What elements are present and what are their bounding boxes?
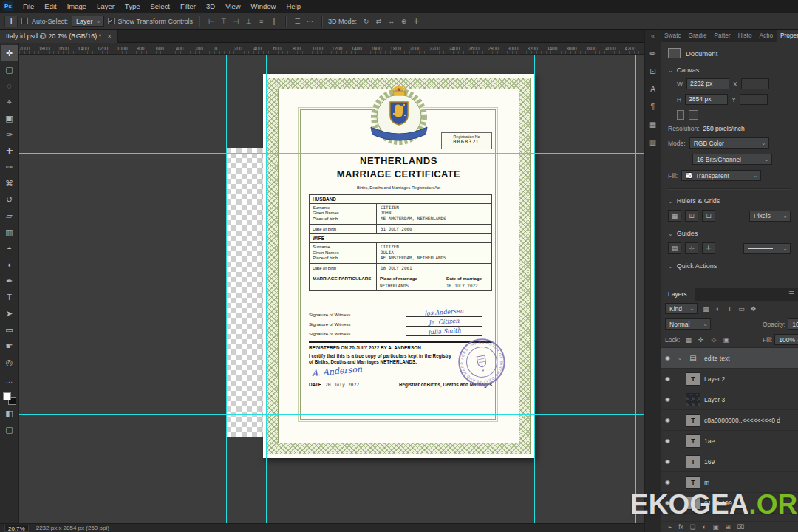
hand-tool[interactable]: ☛ — [1, 338, 18, 354]
layer-effects-icon[interactable]: fx — [678, 523, 683, 531]
height-field[interactable]: 2854 px — [685, 94, 728, 105]
filter-pixel-layers-icon[interactable]: ▦ — [700, 303, 712, 314]
menu-item[interactable]: Select — [145, 0, 174, 13]
layer-thumbnail[interactable]: T — [686, 434, 700, 448]
y-field[interactable] — [740, 94, 768, 105]
distribute-vertical-icon[interactable]: ⋯ — [304, 16, 316, 27]
guide-horizontal[interactable] — [19, 153, 644, 154]
opacity-dropdown[interactable]: 100% — [788, 318, 798, 330]
align-left-icon[interactable]: ⊢ — [205, 16, 216, 27]
brush-tool[interactable]: ✏ — [1, 159, 18, 175]
menu-item[interactable]: 3D — [201, 0, 220, 13]
toggle-guides-icon[interactable]: ▤ — [668, 242, 681, 254]
portrait-orientation-icon[interactable] — [677, 110, 684, 120]
guide-vertical[interactable] — [30, 55, 30, 523]
layer-thumbnail[interactable]: T — [686, 476, 700, 489]
close-tab-icon[interactable]: × — [107, 33, 112, 41]
canvas-fill-dropdown[interactable]: Transparent — [681, 170, 761, 181]
foreground-background-swatches[interactable] — [3, 392, 16, 405]
move-tool-preset-icon[interactable]: ✛ — [4, 16, 18, 27]
visibility-eye-icon[interactable] — [661, 410, 675, 430]
menu-item[interactable]: Type — [120, 0, 146, 13]
link-layers-icon[interactable]: ⌁ — [668, 523, 672, 531]
delete-layer-icon[interactable]: ⌧ — [737, 523, 745, 531]
layer-name[interactable]: edite text — [704, 355, 730, 362]
toggle-rulers-icon[interactable]: ▦ — [668, 210, 681, 222]
canvas-section-header[interactable]: Canvas — [668, 66, 791, 74]
lock-position-icon[interactable]: ⊹ — [708, 334, 719, 345]
visibility-eye-icon[interactable] — [661, 369, 675, 389]
ruler-units-dropdown[interactable]: Pixels — [749, 211, 791, 222]
character-panel-icon[interactable]: A — [646, 81, 661, 96]
pen-tool[interactable]: ✒ — [1, 273, 18, 289]
zoom-tool[interactable]: ◎ — [1, 354, 18, 370]
canvas-area[interactable]: Registration No 006832L NETHERLANDS MARR… — [19, 55, 644, 523]
layer-row[interactable]: T Layer 2 — [661, 369, 798, 389]
layer-row[interactable]: T 1ae — [661, 431, 798, 451]
layer-name[interactable]: Layer 2 — [704, 375, 725, 383]
menu-item[interactable]: Layer — [92, 0, 120, 13]
panel-tab[interactable]: Properties — [777, 30, 798, 42]
eraser-tool[interactable]: ▱ — [1, 208, 18, 224]
lock-pixels-icon[interactable]: ✛ — [695, 334, 706, 345]
menu-item[interactable]: Filter — [175, 0, 201, 13]
quick-selection-tool[interactable]: ⌖ — [1, 94, 18, 110]
blur-tool[interactable]: ◓ — [1, 240, 18, 256]
guide-vertical[interactable] — [635, 55, 636, 523]
shape-tool[interactable]: ▭ — [1, 321, 18, 338]
clone-stamp-tool[interactable]: ⌘ — [1, 175, 18, 191]
clear-guides-icon[interactable]: ✛ — [702, 242, 715, 254]
guide-style-dropdown[interactable] — [743, 243, 791, 254]
menu-item[interactable]: View — [220, 0, 245, 13]
glyphs-panel-icon[interactable]: ▦ — [646, 117, 661, 132]
menu-item[interactable]: Help — [281, 0, 306, 13]
foreground-color-swatch[interactable] — [3, 392, 11, 400]
filter-shape-layers-icon[interactable]: ▭ — [736, 303, 747, 314]
menu-item[interactable]: Edit — [39, 0, 61, 13]
lock-all-icon[interactable]: ▣ — [720, 334, 732, 345]
guides-section-header[interactable]: Guides — [668, 230, 791, 237]
x-field[interactable] — [741, 78, 769, 89]
zoom-level-field[interactable]: 20.7% — [4, 525, 29, 532]
align-center-horizontal-icon[interactable]: ⊤ — [218, 16, 229, 27]
visibility-eye-icon[interactable] — [661, 389, 675, 409]
panel-tab[interactable]: Gradie — [685, 30, 711, 42]
move-tool[interactable]: ✛ — [1, 45, 18, 61]
lock-transparency-icon[interactable]: ▦ — [683, 334, 694, 345]
layers-tab[interactable]: Layers — [661, 288, 695, 301]
guide-horizontal[interactable] — [19, 414, 644, 415]
panel-tab[interactable]: Actio — [756, 30, 777, 42]
slide-3d-icon[interactable]: ⊕ — [398, 16, 409, 27]
filter-smart-objects-icon[interactable]: ❖ — [748, 303, 759, 314]
brushes-panel-icon[interactable]: ✏ — [646, 46, 661, 61]
align-right-icon[interactable]: ⊣ — [231, 16, 242, 27]
lock-guides-icon[interactable]: ⊹ — [685, 242, 698, 254]
adjustment-layer-icon[interactable]: ◐ — [702, 523, 706, 531]
visibility-eye-icon[interactable] — [661, 348, 675, 368]
layer-filter-kind-dropdown[interactable]: Kind — [665, 303, 698, 314]
quick-actions-section-header[interactable]: Quick Actions — [668, 262, 791, 270]
screen-mode-icon[interactable]: ▢ — [1, 421, 18, 437]
quick-mask-icon[interactable]: ◧ — [1, 405, 18, 421]
layer-name[interactable]: c8a0000000..<<<<<<<<0 d — [704, 417, 780, 424]
layer-name[interactable]: 1ae — [704, 437, 715, 445]
history-brush-tool[interactable]: ↺ — [1, 191, 18, 208]
layer-mask-icon[interactable]: ❏ — [690, 523, 696, 531]
show-transform-checkbox[interactable] — [108, 18, 115, 24]
auto-select-target-dropdown[interactable]: Layer — [72, 16, 104, 27]
layer-row[interactable]: T 169 — [661, 451, 798, 472]
edit-toolbar-icon[interactable]: … — [1, 372, 18, 388]
layer-fill-dropdown[interactable]: 100% — [774, 334, 798, 345]
filter-adjustment-layers-icon[interactable]: ◐ — [712, 303, 723, 314]
layer-name[interactable]: Layer 3 — [704, 396, 725, 403]
visibility-eye-icon[interactable] — [661, 431, 675, 451]
distribute-horizontal-icon[interactable]: ☰ — [292, 16, 303, 27]
pan-3d-icon[interactable]: ↔ — [386, 16, 397, 27]
crop-tool[interactable]: ▣ — [1, 110, 18, 126]
libraries-panel-icon[interactable]: ▥ — [646, 134, 661, 149]
paragraph-panel-icon[interactable]: ¶ — [646, 99, 661, 114]
menu-item[interactable]: File — [18, 0, 39, 13]
dodge-tool[interactable]: ◖ — [1, 256, 18, 273]
panel-tab[interactable]: Swatc — [661, 30, 685, 42]
horizontal-ruler[interactable]: 2000180016001400120010008006004002000200… — [19, 43, 644, 55]
